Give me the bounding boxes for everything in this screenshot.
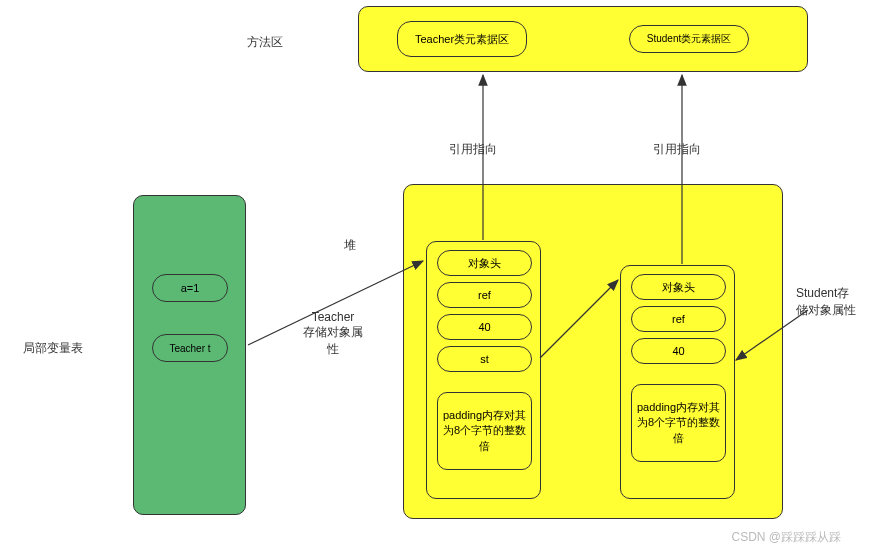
student-ref: ref [631, 306, 726, 332]
teacher-ref: ref [437, 282, 532, 308]
ref-point-label-2: 引用指向 [653, 141, 701, 158]
local-var-a: a=1 [152, 274, 228, 302]
teacher-object: 对象头 ref 40 st padding内存对其为8个字节的整数倍 [426, 241, 541, 499]
teacher-padding: padding内存对其为8个字节的整数倍 [437, 392, 532, 470]
heap-container: 对象头 ref 40 st padding内存对其为8个字节的整数倍 对象头 r… [403, 184, 783, 519]
watermark: CSDN @踩踩踩从踩 [731, 529, 841, 546]
student-object: 对象头 ref 40 padding内存对其为8个字节的整数倍 [620, 265, 735, 499]
teacher-header: 对象头 [437, 250, 532, 276]
local-var-table-label: 局部变量表 [23, 340, 83, 357]
method-area-container: Teacher类元素据区 Student类元素据区 [358, 6, 808, 72]
student-padding: padding内存对其为8个字节的整数倍 [631, 384, 726, 462]
student-val: 40 [631, 338, 726, 364]
student-header: 对象头 [631, 274, 726, 300]
ref-point-label-1: 引用指向 [449, 141, 497, 158]
teacher-st: st [437, 346, 532, 372]
student-store-label: Student存储对象属性 [796, 285, 858, 319]
teacher-metadata-box: Teacher类元素据区 [397, 21, 527, 57]
local-var-teacher-t: Teacher t [152, 334, 228, 362]
method-area-label: 方法区 [247, 34, 283, 51]
student-metadata-box: Student类元素据区 [629, 25, 749, 53]
teacher-store-label: Teacher 存储对象属性 [298, 310, 368, 358]
teacher-val: 40 [437, 314, 532, 340]
heap-label: 堆 [344, 237, 356, 254]
local-var-table-box: a=1 Teacher t [133, 195, 246, 515]
